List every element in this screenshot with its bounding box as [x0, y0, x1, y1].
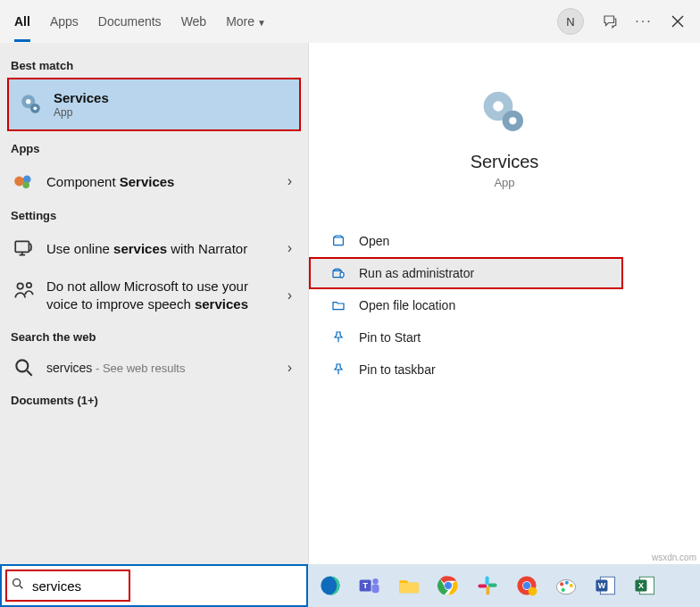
top-controls: N ··· [557, 8, 686, 35]
search-icon [11, 577, 25, 595]
result-text: Services App [54, 90, 288, 119]
svg-line-13 [27, 370, 31, 375]
chevron-down-icon: ▼ [257, 18, 266, 28]
tab-apps[interactable]: Apps [50, 2, 79, 41]
detail-title: Services [309, 152, 700, 172]
taskbar-edge[interactable] [313, 569, 347, 603]
action-label: Run as administrator [359, 266, 474, 280]
feedback-icon[interactable] [602, 13, 618, 29]
svg-rect-26 [371, 584, 379, 593]
taskbar-slack[interactable] [471, 569, 504, 603]
action-run-as-administrator[interactable]: Run as administrator [309, 257, 623, 289]
svg-point-11 [27, 283, 31, 287]
folder-icon [330, 297, 346, 313]
action-pin-to-start[interactable]: Pin to Start [309, 321, 700, 353]
pin-icon [330, 362, 346, 378]
taskbar-teams[interactable]: T [353, 569, 387, 603]
result-speech-services[interactable]: Do not allow Microsoft to use your voice… [0, 269, 308, 323]
component-icon [12, 170, 36, 193]
speech-icon [12, 279, 36, 303]
svg-text:X: X [638, 581, 644, 590]
result-component-services[interactable]: Component Services › [0, 161, 308, 202]
svg-line-21 [20, 586, 22, 588]
svg-rect-32 [486, 576, 489, 585]
search-icon [12, 356, 36, 379]
action-label: Pin to Start [359, 330, 421, 345]
gear-icon [479, 87, 529, 137]
svg-rect-35 [478, 584, 487, 587]
chevron-right-icon: › [288, 240, 296, 256]
gear-icon [20, 93, 43, 116]
chevron-right-icon: › [288, 360, 296, 376]
watermark: wsxdn.com [652, 553, 696, 562]
result-web-services[interactable]: services - See web results › [0, 349, 308, 387]
taskbar-paint[interactable] [549, 569, 583, 603]
search-bar[interactable] [0, 564, 308, 607]
action-pin-to-taskbar[interactable]: Pin to taskbar [309, 353, 700, 386]
svg-rect-27 [399, 583, 418, 593]
search-input[interactable] [9, 575, 299, 597]
svg-point-5 [33, 106, 37, 110]
svg-point-41 [560, 582, 563, 586]
svg-point-39 [529, 587, 538, 596]
result-text: Component Services [46, 174, 277, 189]
taskbar-word[interactable]: W [588, 569, 622, 603]
chevron-right-icon: › [288, 287, 296, 304]
result-services-app[interactable]: Services App [7, 78, 301, 131]
taskbar-chrome-canary[interactable] [510, 569, 544, 603]
section-best-match: Best match [0, 52, 308, 78]
svg-rect-34 [486, 586, 489, 595]
section-web: Search the web [0, 323, 308, 349]
taskbar-chrome[interactable] [431, 569, 465, 603]
close-icon[interactable] [670, 13, 686, 29]
svg-rect-9 [15, 241, 29, 252]
svg-text:W: W [598, 581, 606, 590]
svg-point-20 [13, 579, 21, 586]
more-options-icon[interactable]: ··· [636, 13, 652, 29]
svg-point-17 [509, 117, 516, 124]
svg-point-4 [26, 99, 30, 104]
tab-web[interactable]: Web [181, 2, 207, 41]
action-open[interactable]: Open [309, 225, 700, 257]
svg-point-38 [523, 582, 530, 589]
detail-panel: Services App Open Run as administrator O… [308, 43, 700, 564]
svg-point-25 [372, 578, 379, 585]
section-documents: Documents (1+) [0, 387, 308, 412]
shield-icon [330, 265, 346, 281]
main-content: Best match Services App Apps Component S… [0, 43, 700, 564]
action-label: Open file location [359, 298, 455, 312]
svg-rect-18 [334, 237, 344, 245]
svg-point-43 [570, 584, 573, 587]
taskbar-excel[interactable]: X [628, 569, 662, 603]
result-text: Use online services with Narrator [46, 241, 277, 256]
svg-rect-33 [488, 584, 497, 587]
tabs: All Apps Documents Web More▼ [14, 2, 266, 41]
action-open-file-location[interactable]: Open file location [309, 289, 700, 321]
action-label: Pin to taskbar [359, 362, 436, 377]
search-tabs-bar: All Apps Documents Web More▼ N ··· [0, 0, 700, 43]
svg-text:T: T [362, 581, 368, 590]
user-avatar[interactable]: N [557, 8, 584, 35]
section-apps: Apps [0, 135, 308, 161]
svg-point-16 [493, 101, 504, 112]
result-narrator-services[interactable]: Use online services with Narrator › [0, 228, 308, 269]
pin-icon [330, 329, 346, 345]
result-text: Do not allow Microsoft to use your voice… [46, 278, 277, 314]
narrator-icon [12, 237, 36, 260]
taskbar: T W X [308, 564, 700, 607]
tab-all[interactable]: All [14, 2, 30, 41]
svg-point-12 [16, 360, 28, 371]
chevron-right-icon: › [288, 173, 296, 189]
open-icon [330, 233, 346, 249]
section-settings: Settings [0, 202, 308, 228]
detail-header: Services App [309, 70, 700, 202]
detail-subtitle: App [309, 176, 700, 189]
svg-point-44 [562, 588, 565, 592]
svg-point-8 [22, 182, 29, 189]
tab-documents[interactable]: Documents [98, 2, 162, 41]
svg-point-6 [14, 177, 24, 187]
taskbar-explorer[interactable] [392, 569, 426, 603]
svg-point-42 [565, 581, 569, 585]
tab-more[interactable]: More▼ [226, 2, 266, 41]
svg-point-10 [17, 283, 23, 289]
